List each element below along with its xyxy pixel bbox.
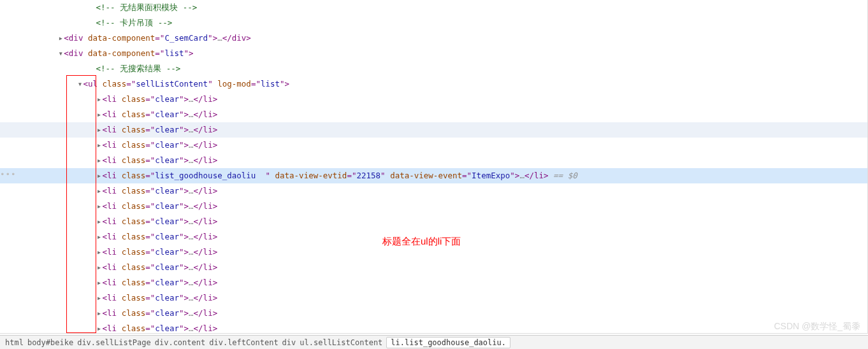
dom-line[interactable]: <div data-component="C_semCard">…</div>	[0, 31, 867, 46]
expand-arrow-icon[interactable]	[96, 215, 103, 228]
dom-line[interactable]: <li class="clear">…</li>	[0, 306, 867, 321]
dom-line[interactable]: <!-- 无搜索结果 -->	[0, 61, 867, 76]
dom-line[interactable]: <li class="clear">…</li>	[0, 229, 867, 245]
expand-arrow-icon[interactable]	[96, 246, 103, 259]
expand-arrow-icon[interactable]	[57, 32, 64, 45]
dom-line[interactable]: <li class="clear">…</li>	[0, 260, 867, 275]
breadcrumb-item[interactable]: body#beike	[27, 338, 73, 347]
dom-line[interactable]: <li class="clear">…</li>	[0, 290, 867, 306]
dom-line[interactable]: <li class="clear">…</li>	[0, 107, 867, 122]
expand-arrow-icon[interactable]	[96, 108, 103, 121]
expand-arrow-icon[interactable]	[96, 185, 103, 197]
expand-arrow-icon[interactable]	[96, 93, 103, 106]
expand-arrow-icon[interactable]	[96, 200, 103, 213]
expand-arrow-icon[interactable]	[96, 276, 103, 289]
breadcrumb-item[interactable]: li.list_goodhouse_daoliu.	[386, 337, 510, 348]
collapse-arrow-icon[interactable]	[57, 47, 64, 60]
expand-arrow-icon[interactable]	[96, 169, 103, 182]
expand-arrow-icon[interactable]	[96, 261, 103, 274]
dom-line[interactable]: <li class="clear">…</li>	[0, 199, 867, 214]
breadcrumb-bar[interactable]: htmlbody#beikediv.sellListPagediv.conten…	[0, 335, 868, 349]
breadcrumb-item[interactable]: div.sellListPage	[77, 338, 151, 347]
dom-line[interactable]: <ul class="sellListContent" log-mod="lis…	[0, 76, 867, 92]
dom-line[interactable]: <li class="clear">…</li>	[0, 138, 867, 153]
dom-line-selected[interactable]: ••• <li class="list_goodhouse_daoliu " d…	[0, 168, 867, 183]
breadcrumb-item[interactable]: html	[5, 338, 24, 347]
dom-line[interactable]: <li class="clear">…</li>	[0, 183, 867, 199]
dom-line[interactable]: <!-- 卡片吊顶 -->	[0, 15, 867, 31]
breadcrumb-item[interactable]: div.leftContent	[209, 338, 278, 347]
dom-line[interactable]: <li class="clear">…</li>	[0, 153, 867, 168]
expand-arrow-icon[interactable]	[96, 307, 103, 320]
gutter-more-icon[interactable]: •••	[0, 168, 14, 181]
expand-arrow-icon[interactable]	[96, 292, 103, 304]
dom-line[interactable]: <li class="clear">…</li>	[0, 214, 867, 229]
dom-line[interactable]: <li class="clear">…</li>	[0, 245, 867, 260]
breadcrumb-item[interactable]: div	[282, 338, 296, 347]
dom-line[interactable]: <li class="clear">…</li>	[0, 321, 867, 334]
dom-line[interactable]: <div data-component="list">	[0, 46, 867, 61]
expand-arrow-icon[interactable]	[96, 124, 103, 136]
expand-arrow-icon[interactable]	[96, 139, 103, 152]
expand-arrow-icon[interactable]	[96, 322, 103, 334]
expand-arrow-icon[interactable]	[96, 231, 103, 243]
dom-tree-panel[interactable]: <!-- 无结果面积模块 --> <!-- 卡片吊顶 --> <div data…	[0, 0, 868, 334]
dom-line[interactable]: <li class="clear">…</li>	[0, 92, 867, 107]
dom-line[interactable]: <li class="clear">…</li>	[0, 122, 867, 138]
breadcrumb-item[interactable]: ul.sellListContent	[300, 338, 382, 347]
breadcrumb-item[interactable]: div.content	[155, 338, 205, 347]
dom-line[interactable]: <!-- 无结果面积模块 -->	[0, 0, 867, 15]
collapse-arrow-icon[interactable]	[76, 78, 83, 90]
expand-arrow-icon[interactable]	[96, 154, 103, 167]
dom-line[interactable]: <li class="clear">…</li>	[0, 275, 867, 290]
